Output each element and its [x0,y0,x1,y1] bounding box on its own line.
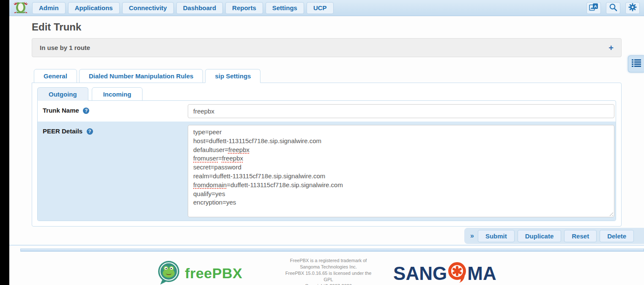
left-black-strip [0,0,9,285]
main-tabs: General Dialed Number Manipulation Rules… [34,69,622,83]
outgoing-panel: Trunk Name ? PEER Details ? [37,100,616,221]
frog-icon [13,1,28,15]
page-title: Edit Trunk [32,21,622,33]
trunk-name-field-cell [188,101,616,122]
delete-button[interactable]: Delete [600,230,634,242]
nav-item-admin[interactable]: Admin [32,2,66,14]
freepbx-wordmark: freePBX [185,265,242,282]
settings-button[interactable] [625,2,640,14]
direction-subtabs: Outgoing Incoming [37,87,616,101]
content-bottom-rule [9,245,644,246]
sip-settings-panel: Outgoing Incoming Trunk Name ? [32,83,622,227]
subtab-incoming[interactable]: Incoming [92,87,143,101]
tab-general[interactable]: General [34,69,77,83]
help-icon[interactable]: ? [83,108,89,114]
trunk-name-label-cell: Trunk Name ? [38,101,188,122]
legal-line: FreePBX is a registered trademark of [283,257,374,264]
subtab-outgoing[interactable]: Outgoing [37,87,88,101]
help-icon[interactable]: ? [87,128,93,135]
nav-item-reports[interactable]: Reports [225,2,263,14]
sangoma-o-asterisk-icon [447,262,467,285]
usage-panel-text: In use by 1 route [40,44,90,51]
peer-details-field-cell: type=peer host=duffett-113115cf718e.sip.… [188,122,616,221]
usage-panel[interactable]: In use by 1 route + [32,38,622,57]
language-button[interactable]: A [586,2,601,14]
reset-button[interactable]: Reset [564,230,597,242]
submit-button[interactable]: Submit [478,230,515,242]
tab-sip-settings[interactable]: sip Settings [205,69,260,83]
trunk-name-label: Trunk Name [43,107,79,114]
expand-plus-icon[interactable]: + [608,44,614,52]
language-icon: A [589,3,598,13]
footer-legal-text: FreePBX is a registered trademark of San… [283,257,374,285]
peer-details-label-cell: PEER Details ? [38,122,188,221]
sangoma-wordmark-left: SANG [393,264,447,283]
duplicate-button[interactable]: Duplicate [518,230,562,242]
svg-text:A: A [594,4,597,8]
nav-item-connectivity[interactable]: Connectivity [122,2,174,14]
nav-item-ucp[interactable]: UCP [307,2,334,14]
freepbx-frog-logo[interactable] [13,1,29,15]
legal-line: FreePBX 15.0.16.65 is licensed under the… [283,270,374,283]
search-button[interactable] [606,2,620,14]
peer-details-label: PEER Details [43,127,82,135]
side-panel-toggle-button[interactable] [628,55,644,72]
screen: Admin Applications Connectivity Dashboar… [0,0,644,285]
freepbx-footer-logo[interactable]: freePBX [157,260,242,285]
nav-item-dashboard[interactable]: Dashboard [176,2,223,14]
nav-menu: Admin Applications Connectivity Dashboar… [32,2,334,14]
page: Admin Applications Connectivity Dashboar… [9,0,644,285]
resize-grip[interactable] [608,211,613,216]
legal-line: Sangoma Technologies Inc. [283,264,374,270]
peer-details-textarea[interactable]: type=peer host=duffett-113115cf718e.sip.… [188,125,614,217]
trunk-name-row: Trunk Name ? [38,101,616,122]
action-toolbar: » Submit Duplicate Reset Delete [464,228,644,244]
peer-details-row: PEER Details ? type=peer host=duffett-11… [38,122,616,221]
tab-dialed-number-manipulation-rules[interactable]: Dialed Number Manipulation Rules [79,69,203,83]
footer-divider [20,249,644,252]
top-navbar: Admin Applications Connectivity Dashboar… [9,0,644,16]
main-content: Edit Trunk In use by 1 route + General D… [9,16,644,244]
trunk-name-input[interactable] [188,104,614,118]
sangoma-logo[interactable]: SANG MA [393,262,496,285]
legal-line: Copyright© 2007-2020 [283,283,374,285]
nav-item-applications[interactable]: Applications [68,2,120,14]
list-icon [632,59,641,69]
sangoma-wordmark-right: MA [467,264,496,283]
freepbx-bubble-frog-icon [157,260,181,285]
search-icon [609,3,617,13]
footer: freePBX FreePBX is a registered trademar… [9,252,644,285]
nav-item-settings[interactable]: Settings [266,2,304,14]
toolbar-collapse-chevrons[interactable]: » [470,232,474,240]
gear-icon [628,3,637,13]
